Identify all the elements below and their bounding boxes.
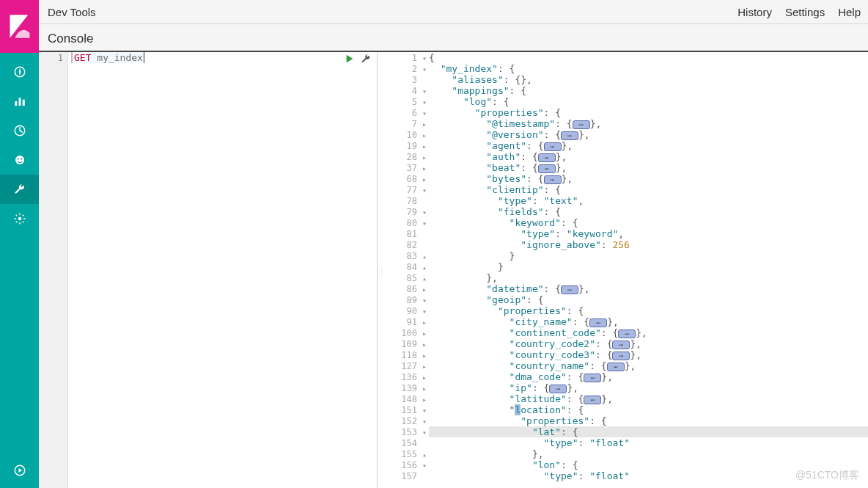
response-line: "aliases": {}, <box>429 74 868 85</box>
fold-toggle[interactable]: ▾ <box>420 53 429 64</box>
folded-pill[interactable]: ⋯ <box>584 374 601 382</box>
response-line: "properties": { <box>429 107 868 118</box>
fold-column[interactable]: ▾▾▾▾▾▸▸▸▸▸▸▾▾▾▴▴▴▸▾▾▸▸▸▸▸▸▸▸▾▾▾▴▾ <box>420 52 429 482</box>
folded-pill[interactable]: ⋯ <box>544 142 562 151</box>
response-line: "country_name": {⋯}, <box>429 360 868 371</box>
fold-toggle[interactable]: ▾ <box>420 86 429 97</box>
folded-pill[interactable]: ⋯ <box>607 363 625 371</box>
response-line: "geoip": { <box>429 294 868 305</box>
nav-dashboard[interactable] <box>0 116 39 145</box>
folded-pill[interactable]: ⋯ <box>538 164 556 173</box>
folded-pill[interactable]: ⋯ <box>538 153 556 162</box>
help-link[interactable]: Help <box>838 6 861 18</box>
nav-collapse[interactable] <box>0 456 39 485</box>
options-button[interactable] <box>361 54 371 67</box>
fold-toggle[interactable]: ▾ <box>420 108 429 119</box>
fold-toggle[interactable]: ▸ <box>420 284 429 295</box>
fold-toggle[interactable]: ▸ <box>420 361 429 372</box>
fold-toggle[interactable]: ▸ <box>420 152 429 163</box>
history-link[interactable]: History <box>738 6 772 18</box>
svg-point-8 <box>18 217 21 221</box>
folded-pill[interactable]: ⋯ <box>573 120 590 129</box>
fold-toggle[interactable]: ▾ <box>420 427 429 438</box>
nav-visualize[interactable] <box>0 87 39 116</box>
fold-toggle[interactable]: ▸ <box>420 163 429 174</box>
response-gutter: 1234567101928376877787980818283848586899… <box>386 52 420 482</box>
folded-pill[interactable]: ⋯ <box>612 340 630 349</box>
fold-toggle[interactable]: ▸ <box>420 317 429 328</box>
response-line: "@timestamp": {⋯}, <box>429 118 868 129</box>
nav-timelion[interactable] <box>0 145 39 175</box>
request-editor[interactable]: GET my_index <box>68 52 377 488</box>
top-bar: Dev Tools History Settings Help <box>39 0 868 24</box>
folded-pill[interactable]: ⋯ <box>561 131 578 140</box>
response-line: "datetime": {⋯}, <box>429 283 868 294</box>
svg-rect-1 <box>15 101 17 106</box>
fold-toggle[interactable]: ▾ <box>420 218 429 229</box>
fold-toggle[interactable]: ▴ <box>420 449 429 460</box>
run-button[interactable] <box>345 54 355 67</box>
console-tab[interactable]: Console <box>48 32 93 51</box>
folded-pill[interactable]: ⋯ <box>561 285 578 294</box>
fold-toggle[interactable] <box>420 240 429 251</box>
fold-toggle[interactable]: ▾ <box>420 306 429 317</box>
fold-toggle[interactable]: ▸ <box>420 339 429 350</box>
response-line: "country_code3": {⋯}, <box>429 349 868 360</box>
fold-toggle[interactable]: ▴ <box>420 262 429 273</box>
response-line: "continent_code": {⋯}, <box>429 327 868 338</box>
fold-toggle[interactable]: ▾ <box>420 185 429 196</box>
fold-toggle[interactable]: ▸ <box>420 141 429 152</box>
response-line: "lon": { <box>429 459 868 470</box>
fold-toggle[interactable]: ▸ <box>420 394 429 405</box>
folded-pill[interactable]: ⋯ <box>612 352 630 360</box>
fold-toggle[interactable] <box>420 471 429 482</box>
response-line: }, <box>429 448 868 459</box>
response-line: "bytes": {⋯}, <box>429 173 868 184</box>
fold-toggle[interactable] <box>420 196 429 207</box>
nav-management[interactable] <box>0 204 39 233</box>
fold-toggle[interactable]: ▸ <box>420 174 429 185</box>
fold-toggle[interactable]: ▸ <box>420 383 429 394</box>
response-line: "type": "float" <box>429 437 868 448</box>
folded-pill[interactable]: ⋯ <box>549 385 567 393</box>
response-line: "@version": {⋯}, <box>429 129 868 140</box>
response-line: "dma_code": {⋯}, <box>429 371 868 382</box>
sub-bar: Console <box>39 24 868 52</box>
fold-toggle[interactable]: ▴ <box>420 251 429 262</box>
folded-pill[interactable]: ⋯ <box>584 396 601 404</box>
app-sidebar <box>0 0 39 488</box>
folded-pill[interactable]: ⋯ <box>544 175 562 184</box>
response-viewer[interactable]: { "my_index": { "aliases": {}, "mappings… <box>429 52 868 481</box>
fold-toggle[interactable]: ▾ <box>420 295 429 306</box>
svg-point-5 <box>15 156 24 164</box>
response-line: "latitude": {⋯}, <box>429 393 868 404</box>
main-content: Dev Tools History Settings Help Console … <box>39 0 868 488</box>
fold-toggle[interactable]: ▾ <box>420 460 429 471</box>
fold-toggle[interactable]: ▸ <box>420 372 429 383</box>
editor-panes: 1 GET my_index ⋮ 12345671019283768777879… <box>39 52 868 488</box>
fold-toggle[interactable] <box>420 229 429 240</box>
nav-devtools[interactable] <box>0 175 39 204</box>
fold-toggle[interactable]: ▾ <box>420 405 429 416</box>
fold-toggle[interactable]: ▾ <box>420 97 429 108</box>
kibana-logo[interactable] <box>0 0 39 53</box>
response-pane[interactable]: 1234567101928376877787980818283848586899… <box>386 52 868 488</box>
fold-toggle[interactable]: ▴ <box>420 273 429 284</box>
fold-toggle[interactable]: ▸ <box>420 328 429 339</box>
fold-toggle[interactable] <box>420 438 429 449</box>
request-pane[interactable]: 1 GET my_index <box>39 52 378 488</box>
pane-splitter[interactable]: ⋮ <box>378 52 386 488</box>
fold-toggle[interactable]: ▸ <box>420 130 429 141</box>
fold-toggle[interactable]: ▸ <box>420 119 429 130</box>
folded-pill[interactable]: ⋯ <box>618 329 636 338</box>
nav-discover[interactable] <box>0 57 39 87</box>
settings-link[interactable]: Settings <box>785 6 825 18</box>
response-line: "country_code2": {⋯}, <box>429 338 868 349</box>
fold-toggle[interactable]: ▾ <box>420 416 429 427</box>
fold-toggle[interactable]: ▸ <box>420 350 429 361</box>
folded-pill[interactable]: ⋯ <box>589 318 607 327</box>
fold-toggle[interactable]: ▾ <box>420 64 429 75</box>
fold-toggle[interactable] <box>420 75 429 86</box>
fold-toggle[interactable]: ▾ <box>420 207 429 218</box>
response-line: "clientip": { <box>429 184 868 195</box>
